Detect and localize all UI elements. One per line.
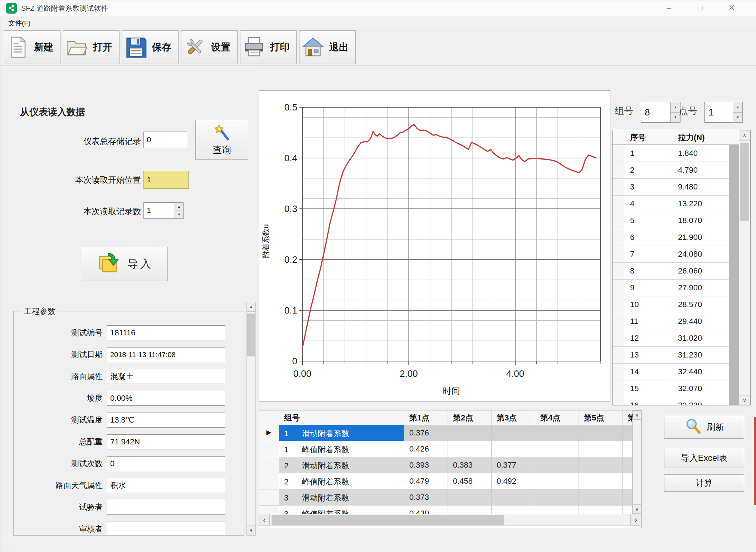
export-excel-button[interactable]: 导入Excel表 xyxy=(664,448,744,468)
read-count-input[interactable] xyxy=(143,202,175,219)
index-cell: 10 xyxy=(624,296,672,313)
scroll-up-icon[interactable]: ∧ xyxy=(739,130,750,141)
stepper-down-icon[interactable]: ▼ xyxy=(733,113,742,123)
force-cell: 4.790 xyxy=(672,162,730,179)
table-filler xyxy=(729,144,739,405)
print-button[interactable]: 打印 xyxy=(240,30,297,64)
param-row: 测试温度 xyxy=(13,413,242,427)
column-header[interactable]: 第2点 xyxy=(448,410,492,425)
value-cell xyxy=(579,473,623,489)
query-button[interactable]: 查询 xyxy=(195,120,248,160)
stepper-down-icon[interactable]: ▼ xyxy=(175,211,183,219)
coefficient-name: 滑动附着系数 xyxy=(302,461,349,470)
import-button[interactable]: 导入 xyxy=(82,247,168,281)
column-header[interactable]: 第7点 xyxy=(623,410,633,425)
svg-text:0.00: 0.00 xyxy=(293,368,312,379)
import-folder-icon xyxy=(97,251,122,276)
stepper-up-icon[interactable]: ▲ xyxy=(175,203,183,211)
maximize-button[interactable]: □ xyxy=(690,0,710,15)
params-title: 工程参数 xyxy=(20,306,59,317)
scroll-down-icon[interactable]: ▼ xyxy=(247,526,256,536)
result-table-vscrollbar[interactable]: ∧ ∨ xyxy=(633,410,641,514)
param-input[interactable] xyxy=(107,478,225,493)
scroll-down-icon[interactable]: ∨ xyxy=(739,395,750,405)
scroll-up-icon[interactable]: ∧ xyxy=(633,410,641,420)
param-input[interactable] xyxy=(107,391,225,406)
column-header[interactable]: 第5点 xyxy=(579,410,623,425)
force-table-scrollbar[interactable]: ∧ ∨ xyxy=(739,130,750,405)
exit-button[interactable]: 退出 xyxy=(299,30,356,64)
scroll-up-icon[interactable]: ▲ xyxy=(247,302,256,312)
result-table-hscrollbar[interactable]: ‹ › xyxy=(259,514,641,526)
scrollbar-thumb[interactable] xyxy=(272,515,504,525)
param-input[interactable] xyxy=(107,434,225,449)
open-button[interactable]: 打开 xyxy=(63,30,120,64)
point-number-label: 点号 xyxy=(679,105,697,117)
total-records-input[interactable] xyxy=(143,132,187,148)
table-row[interactable]: 1峰值附着系数0.426 xyxy=(259,441,641,457)
value-cell: 0.492 xyxy=(492,473,535,489)
force-cell: 27.900 xyxy=(672,280,730,296)
index-cell: 16 xyxy=(624,397,672,405)
stepper-up-icon[interactable]: ▲ xyxy=(733,102,742,113)
param-row: 路面属性 xyxy=(13,369,242,383)
scroll-right-icon[interactable]: › xyxy=(630,514,641,526)
table-row[interactable]: 2峰值附着系数0.4790.4580.492 xyxy=(259,473,641,489)
param-input[interactable] xyxy=(107,369,225,384)
save-button[interactable]: 保存 xyxy=(122,30,179,64)
param-input[interactable] xyxy=(107,456,225,471)
new-button[interactable]: 新建 xyxy=(4,30,60,64)
read-count-label: 本次读取记录数 xyxy=(35,206,141,217)
column-header[interactable]: 第3点 xyxy=(492,410,535,425)
chart-panel: 0.002.004.0000.10.20.30.40.5时间附着系数u xyxy=(259,90,610,401)
force-cell: 26.060 xyxy=(672,263,730,280)
minimize-button[interactable]: – xyxy=(659,0,679,15)
scrollbar-thumb[interactable] xyxy=(740,143,749,221)
status-marks: · ·· xyxy=(10,543,17,549)
close-button[interactable]: ✕ xyxy=(722,0,742,15)
param-input[interactable] xyxy=(107,500,225,515)
group-number: 1 xyxy=(284,445,288,454)
col-index-header[interactable]: 序号 xyxy=(624,130,672,144)
table-row[interactable]: ▶1滑动附着系数0.376 xyxy=(259,425,641,441)
index-cell: 2 xyxy=(624,162,672,179)
column-header[interactable]: 组号 xyxy=(279,410,404,425)
index-cell: 14 xyxy=(624,364,672,380)
settings-button[interactable]: 设置 xyxy=(181,30,238,64)
coefficient-name: 峰值附着系数 xyxy=(302,477,349,486)
row-header-cell xyxy=(613,380,624,397)
param-input[interactable] xyxy=(107,522,225,535)
param-input[interactable] xyxy=(107,325,225,340)
calculate-button[interactable]: 计算 xyxy=(664,474,744,492)
force-cell: 32.440 xyxy=(672,364,730,380)
scroll-left-icon[interactable]: ‹ xyxy=(259,514,270,526)
force-cell: 21.900 xyxy=(672,229,730,246)
param-input[interactable] xyxy=(107,347,225,362)
index-cell: 6 xyxy=(624,229,672,246)
col-force-header[interactable]: 拉力(N) xyxy=(672,130,730,144)
point-number-value[interactable]: 1 xyxy=(704,102,733,123)
point-number-stepper[interactable]: 1 ▲ ▼ xyxy=(704,102,743,123)
scroll-down-icon[interactable]: ∨ xyxy=(633,504,641,514)
new-document-icon xyxy=(6,36,29,59)
start-position-input[interactable] xyxy=(143,171,189,189)
svg-text:0.5: 0.5 xyxy=(284,102,297,113)
group-number-value[interactable]: 8 xyxy=(641,102,671,123)
column-header[interactable]: 第4点 xyxy=(535,410,579,425)
value-cell xyxy=(492,425,535,441)
refresh-button[interactable]: 刷新 xyxy=(664,416,744,439)
read-count-stepper[interactable]: ▲ ▼ xyxy=(175,202,184,219)
table-row[interactable]: 3滑动附着系数0.373 xyxy=(259,489,641,506)
toolbar-button-label: 打印 xyxy=(265,41,294,54)
menu-file[interactable]: 文件(F) xyxy=(5,18,33,29)
force-cell: 1.840 xyxy=(672,145,730,162)
params-scrollbar[interactable]: ▲ ▼ xyxy=(247,302,256,536)
table-row[interactable]: 2滑动附着系数0.3930.3830.377 xyxy=(259,457,641,473)
column-header[interactable]: 第1点 xyxy=(404,410,448,425)
scrollbar-thumb[interactable] xyxy=(247,314,255,356)
coefficient-name: 峰值附着系数 xyxy=(302,445,349,454)
force-cell: 31.020 xyxy=(672,330,730,347)
group-number-stepper[interactable]: 8 ▲ ▼ xyxy=(641,102,681,123)
param-input[interactable] xyxy=(107,413,225,428)
coefficient-name: 滑动附着系数 xyxy=(302,429,349,438)
